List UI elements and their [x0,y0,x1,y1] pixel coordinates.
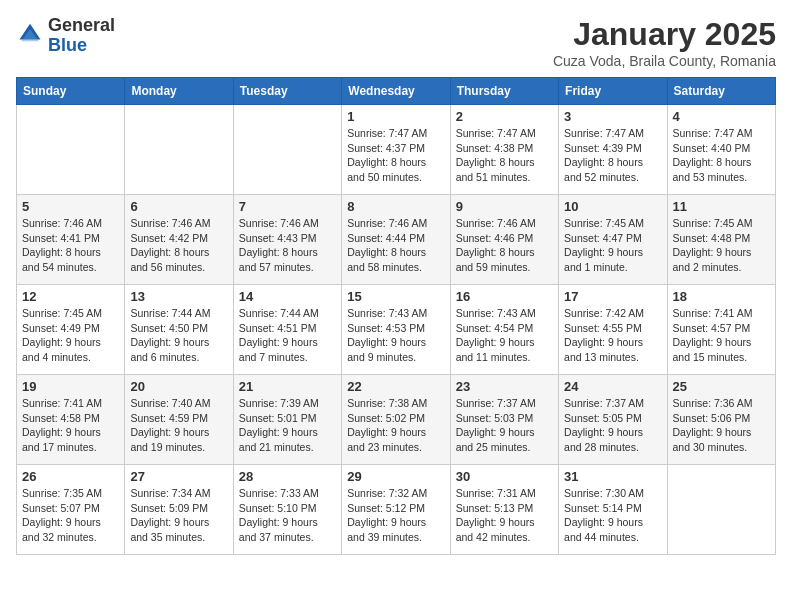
day-info: Sunrise: 7:37 AM Sunset: 5:05 PM Dayligh… [564,396,661,455]
day-info: Sunrise: 7:44 AM Sunset: 4:50 PM Dayligh… [130,306,227,365]
day-number: 10 [564,199,661,214]
weekday-header: Monday [125,78,233,105]
calendar-cell: 5Sunrise: 7:46 AM Sunset: 4:41 PM Daylig… [17,195,125,285]
calendar-cell: 30Sunrise: 7:31 AM Sunset: 5:13 PM Dayli… [450,465,558,555]
day-info: Sunrise: 7:41 AM Sunset: 4:57 PM Dayligh… [673,306,770,365]
day-info: Sunrise: 7:36 AM Sunset: 5:06 PM Dayligh… [673,396,770,455]
day-info: Sunrise: 7:31 AM Sunset: 5:13 PM Dayligh… [456,486,553,545]
calendar-cell: 29Sunrise: 7:32 AM Sunset: 5:12 PM Dayli… [342,465,450,555]
day-number: 15 [347,289,444,304]
day-info: Sunrise: 7:37 AM Sunset: 5:03 PM Dayligh… [456,396,553,455]
calendar-cell: 17Sunrise: 7:42 AM Sunset: 4:55 PM Dayli… [559,285,667,375]
calendar-cell: 20Sunrise: 7:40 AM Sunset: 4:59 PM Dayli… [125,375,233,465]
day-info: Sunrise: 7:30 AM Sunset: 5:14 PM Dayligh… [564,486,661,545]
calendar-table: SundayMondayTuesdayWednesdayThursdayFrid… [16,77,776,555]
calendar-cell: 25Sunrise: 7:36 AM Sunset: 5:06 PM Dayli… [667,375,775,465]
calendar-week-row: 12Sunrise: 7:45 AM Sunset: 4:49 PM Dayli… [17,285,776,375]
calendar-cell: 23Sunrise: 7:37 AM Sunset: 5:03 PM Dayli… [450,375,558,465]
day-info: Sunrise: 7:47 AM Sunset: 4:40 PM Dayligh… [673,126,770,185]
day-number: 25 [673,379,770,394]
calendar-cell: 9Sunrise: 7:46 AM Sunset: 4:46 PM Daylig… [450,195,558,285]
weekday-row: SundayMondayTuesdayWednesdayThursdayFrid… [17,78,776,105]
day-number: 22 [347,379,444,394]
calendar-cell: 13Sunrise: 7:44 AM Sunset: 4:50 PM Dayli… [125,285,233,375]
day-number: 26 [22,469,119,484]
day-info: Sunrise: 7:45 AM Sunset: 4:48 PM Dayligh… [673,216,770,275]
day-number: 13 [130,289,227,304]
calendar-body: 1Sunrise: 7:47 AM Sunset: 4:37 PM Daylig… [17,105,776,555]
calendar-cell: 3Sunrise: 7:47 AM Sunset: 4:39 PM Daylig… [559,105,667,195]
calendar-cell: 26Sunrise: 7:35 AM Sunset: 5:07 PM Dayli… [17,465,125,555]
calendar-week-row: 19Sunrise: 7:41 AM Sunset: 4:58 PM Dayli… [17,375,776,465]
day-info: Sunrise: 7:35 AM Sunset: 5:07 PM Dayligh… [22,486,119,545]
calendar-title: January 2025 [553,16,776,53]
calendar-cell: 18Sunrise: 7:41 AM Sunset: 4:57 PM Dayli… [667,285,775,375]
day-number: 29 [347,469,444,484]
day-info: Sunrise: 7:34 AM Sunset: 5:09 PM Dayligh… [130,486,227,545]
weekday-header: Saturday [667,78,775,105]
day-number: 19 [22,379,119,394]
day-number: 4 [673,109,770,124]
calendar-cell: 21Sunrise: 7:39 AM Sunset: 5:01 PM Dayli… [233,375,341,465]
day-number: 16 [456,289,553,304]
day-info: Sunrise: 7:46 AM Sunset: 4:43 PM Dayligh… [239,216,336,275]
day-info: Sunrise: 7:40 AM Sunset: 4:59 PM Dayligh… [130,396,227,455]
day-number: 14 [239,289,336,304]
day-info: Sunrise: 7:38 AM Sunset: 5:02 PM Dayligh… [347,396,444,455]
day-info: Sunrise: 7:44 AM Sunset: 4:51 PM Dayligh… [239,306,336,365]
calendar-week-row: 5Sunrise: 7:46 AM Sunset: 4:41 PM Daylig… [17,195,776,285]
calendar-cell: 15Sunrise: 7:43 AM Sunset: 4:53 PM Dayli… [342,285,450,375]
day-info: Sunrise: 7:41 AM Sunset: 4:58 PM Dayligh… [22,396,119,455]
calendar-cell: 28Sunrise: 7:33 AM Sunset: 5:10 PM Dayli… [233,465,341,555]
calendar-cell: 19Sunrise: 7:41 AM Sunset: 4:58 PM Dayli… [17,375,125,465]
day-number: 23 [456,379,553,394]
day-info: Sunrise: 7:47 AM Sunset: 4:38 PM Dayligh… [456,126,553,185]
day-info: Sunrise: 7:46 AM Sunset: 4:41 PM Dayligh… [22,216,119,275]
calendar-cell: 11Sunrise: 7:45 AM Sunset: 4:48 PM Dayli… [667,195,775,285]
weekday-header: Sunday [17,78,125,105]
calendar-cell [233,105,341,195]
day-number: 7 [239,199,336,214]
calendar-cell [667,465,775,555]
calendar-cell: 12Sunrise: 7:45 AM Sunset: 4:49 PM Dayli… [17,285,125,375]
day-number: 21 [239,379,336,394]
weekday-header: Friday [559,78,667,105]
day-info: Sunrise: 7:32 AM Sunset: 5:12 PM Dayligh… [347,486,444,545]
day-info: Sunrise: 7:42 AM Sunset: 4:55 PM Dayligh… [564,306,661,365]
day-info: Sunrise: 7:46 AM Sunset: 4:46 PM Dayligh… [456,216,553,275]
calendar-subtitle: Cuza Voda, Braila County, Romania [553,53,776,69]
day-info: Sunrise: 7:46 AM Sunset: 4:42 PM Dayligh… [130,216,227,275]
day-number: 2 [456,109,553,124]
calendar-week-row: 26Sunrise: 7:35 AM Sunset: 5:07 PM Dayli… [17,465,776,555]
logo-blue: Blue [48,35,87,55]
day-info: Sunrise: 7:45 AM Sunset: 4:49 PM Dayligh… [22,306,119,365]
day-number: 27 [130,469,227,484]
day-info: Sunrise: 7:43 AM Sunset: 4:54 PM Dayligh… [456,306,553,365]
day-number: 9 [456,199,553,214]
calendar-week-row: 1Sunrise: 7:47 AM Sunset: 4:37 PM Daylig… [17,105,776,195]
day-info: Sunrise: 7:47 AM Sunset: 4:39 PM Dayligh… [564,126,661,185]
calendar-cell: 7Sunrise: 7:46 AM Sunset: 4:43 PM Daylig… [233,195,341,285]
logo-icon [16,22,44,50]
day-number: 17 [564,289,661,304]
logo: General Blue [16,16,115,56]
day-number: 28 [239,469,336,484]
calendar-cell [125,105,233,195]
day-info: Sunrise: 7:43 AM Sunset: 4:53 PM Dayligh… [347,306,444,365]
day-number: 8 [347,199,444,214]
calendar-cell: 27Sunrise: 7:34 AM Sunset: 5:09 PM Dayli… [125,465,233,555]
calendar-cell: 16Sunrise: 7:43 AM Sunset: 4:54 PM Dayli… [450,285,558,375]
calendar-cell: 1Sunrise: 7:47 AM Sunset: 4:37 PM Daylig… [342,105,450,195]
day-number: 24 [564,379,661,394]
weekday-header: Thursday [450,78,558,105]
day-info: Sunrise: 7:33 AM Sunset: 5:10 PM Dayligh… [239,486,336,545]
day-number: 20 [130,379,227,394]
calendar-cell: 31Sunrise: 7:30 AM Sunset: 5:14 PM Dayli… [559,465,667,555]
day-number: 5 [22,199,119,214]
weekday-header: Wednesday [342,78,450,105]
day-number: 30 [456,469,553,484]
day-number: 6 [130,199,227,214]
day-number: 31 [564,469,661,484]
day-info: Sunrise: 7:39 AM Sunset: 5:01 PM Dayligh… [239,396,336,455]
title-block: January 2025 Cuza Voda, Braila County, R… [553,16,776,69]
